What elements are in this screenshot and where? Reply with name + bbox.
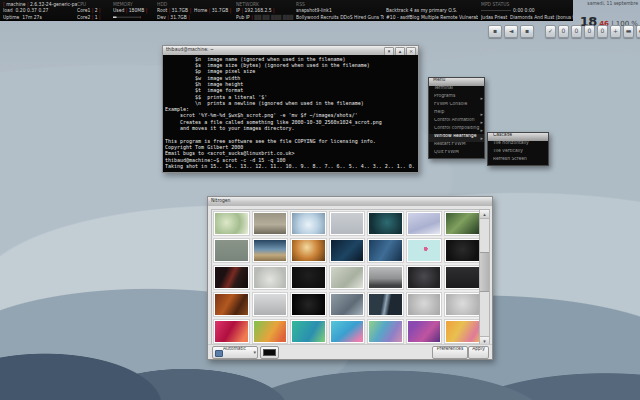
close-icon[interactable]: × [406,47,416,55]
wallpaper-thumbnail[interactable] [252,292,289,317]
dock-button[interactable]: 0 [584,25,595,38]
wallpaper-image [446,240,479,261]
wallpaper-thumbnail[interactable] [406,319,443,344]
wallpaper-thumbnail[interactable] [252,211,289,236]
wallpaper-thumbnail[interactable] [213,319,250,344]
pager-button-group: ✓0000+▬▬ [545,25,640,38]
wallpaper-thumbnail[interactable] [444,211,481,236]
wallpaper-thumbnail[interactable] [213,211,250,236]
wallpaper-thumbnail[interactable] [367,265,404,290]
menu-item[interactable]: Control compositing▸ [429,126,484,134]
wallpaper-thumbnail[interactable] [329,238,366,263]
statusbar-rss-column-2: Backtrack 4 as my primary O.S. #10 - asd… [386,1,478,20]
submenu-item[interactable]: Tile horizontally [488,141,548,149]
wallpaper-thumbnail[interactable] [290,238,327,263]
cpu-core2: Core2 | 1 | [77,14,111,20]
menu-item[interactable]: Programs▸ [429,94,484,102]
wallpaper-thumbnail[interactable] [367,211,404,236]
wallpaper-thumbnail[interactable] [406,238,443,263]
scroll-up-icon[interactable]: ▴ [480,210,489,219]
submenu-item[interactable]: Refresh Screen [488,157,548,165]
dock-button[interactable]: ◄ [504,25,518,38]
wallpaper-thumbnail[interactable] [290,265,327,290]
statusbar-memory-section: MEMORY Used | 180MB | [113,1,155,20]
menu-title: Menu [429,78,484,86]
menu-item[interactable]: Quit FVWM [429,150,484,158]
wallpaper-thumbnail[interactable] [406,211,443,236]
menu-items: TerminalPrograms▸FVWM ConsoleHelp▸Contro… [429,86,484,158]
wallpaper-thumbnail[interactable] [367,319,404,344]
wallpaper-thumbnail[interactable] [444,265,481,290]
wallpaper-thumbnail[interactable] [367,238,404,263]
dock-button[interactable]: ▪ [488,25,502,38]
terminal-window: thibaud@machine: ~ ▾ ▴ × $n image name (… [162,45,419,173]
menu-item[interactable]: Control Animation▸ [429,118,484,126]
scrollbar-thumb[interactable] [480,252,489,292]
preferences-button[interactable]: Preferences [432,346,468,359]
wallpaper-image [331,267,364,288]
submenu-arrow-icon: ▸ [480,127,483,133]
terminal-titlebar[interactable]: thibaud@machine: ~ ▾ ▴ × [162,45,419,55]
menu-item[interactable]: Restart FVWM [429,142,484,150]
wallpaper-thumbnail[interactable] [290,292,327,317]
dock-button[interactable]: ✓ [545,25,556,38]
wallpaper-image [369,294,402,315]
dock-button[interactable]: 0 [571,25,582,38]
dock-button[interactable]: 0 [558,25,569,38]
wallpaper-thumbnail[interactable] [213,292,250,317]
wallpaper-thumbnail[interactable] [213,238,250,263]
wallpaper-thumbnail[interactable] [290,211,327,236]
wallpaper-thumbnail[interactable] [252,238,289,263]
menu-item[interactable]: Window Rearrange▸ [429,134,484,142]
wallpaper-image [331,240,364,261]
submenu-item[interactable]: Cascade [488,133,548,141]
wallpaper-thumbnail[interactable] [213,265,250,290]
submenu-arrow-icon: ▸ [480,111,483,117]
window-rearrange-submenu: CascadeTile horizontallyTile verticallyR… [487,132,549,166]
mode-dropdown[interactable]: Automatic ▾ [212,346,258,359]
nitrogen-window: Nitrogen ▴ ▾ Automatic ▾ Preferences [207,196,493,360]
wallpaper-thumbnail[interactable] [406,265,443,290]
apply-button[interactable]: Apply [468,346,489,359]
wallpaper-thumbnail[interactable] [444,238,481,263]
minimize-icon[interactable]: ▾ [384,47,394,55]
rss-item[interactable]: Bollywood Recruits DDoS Hired Guns To Fi… [296,14,384,20]
dock-button[interactable]: ▬ [636,25,640,38]
wallpaper-thumbnail[interactable] [290,319,327,344]
scrollbar[interactable]: ▴ ▾ [479,209,490,346]
wallpaper-image [292,213,325,234]
display-icon [215,350,223,357]
menu-item[interactable]: Terminal [429,86,484,94]
wallpaper-thumbnail[interactable] [329,265,366,290]
dock-button[interactable]: ▪ [520,25,534,38]
wallpaper-thumbnail[interactable] [367,292,404,317]
maximize-icon[interactable]: ▴ [395,47,405,55]
wallpaper-image [331,294,364,315]
wallpaper-image [408,213,441,234]
rss-item[interactable]: #10 - asdfBlog Multiple Remote Vulnerabi… [386,14,478,20]
dock-button[interactable]: 0 [597,25,608,38]
wallpaper-image [408,294,441,315]
wallpaper-thumbnail[interactable] [444,292,481,317]
wallpaper-image [446,294,479,315]
nitrogen-titlebar[interactable]: Nitrogen [207,196,493,206]
wallpaper-thumbnail[interactable] [444,319,481,344]
wallpaper-thumbnail[interactable] [329,211,366,236]
wallpaper-thumbnail[interactable] [252,319,289,344]
dock-button[interactable]: + [610,25,621,38]
menu-item[interactable]: FVWM Console [429,102,484,110]
terminal-body[interactable]: $n image name (ignored when used in the … [162,55,419,173]
submenu-item[interactable]: Tile vertically [488,149,548,157]
wallpaper-thumbnail[interactable] [252,265,289,290]
wallpaper-thumbnail[interactable] [406,292,443,317]
wallpaper-image [446,213,479,234]
dock-button[interactable]: ▬ [623,25,634,38]
desktop-background[interactable]: [ machine | 2.6.32-24-generic-pae ] load… [0,0,640,400]
wallpaper-thumbnail[interactable] [329,292,366,317]
wallpaper-thumbnail[interactable] [329,319,366,344]
menu-item[interactable]: Help▸ [429,110,484,118]
machine-uptime: Uptime 17m 27s [3,14,77,20]
wallpaper-image [215,240,248,261]
background-color-button[interactable] [260,346,279,359]
media-button-group: ▪◄▪ [488,25,534,38]
